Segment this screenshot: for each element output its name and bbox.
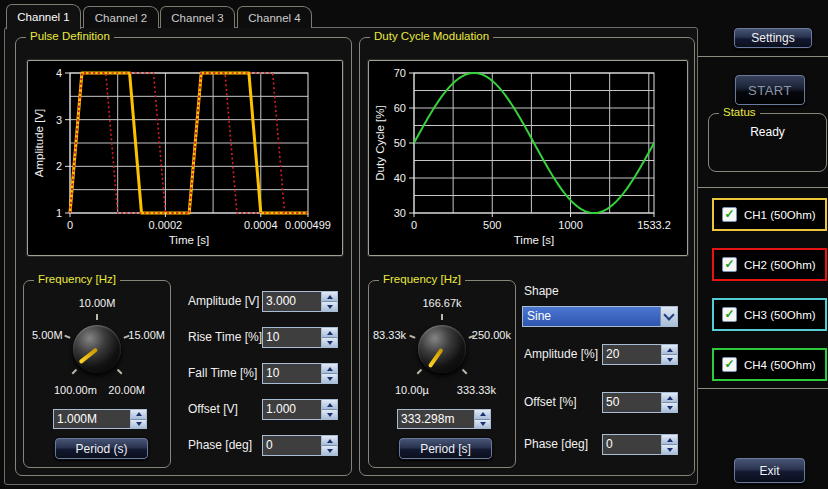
duty-cycle-chart: 050010001533.23040506070Time [s]Duty Cyc… bbox=[369, 61, 685, 253]
fall-time-label: Fall Time [%] bbox=[188, 366, 257, 380]
tab-channel-2[interactable]: Channel 2 bbox=[83, 6, 159, 28]
svg-text:0: 0 bbox=[411, 219, 417, 231]
pulse-frequency-title: Frequency [Hz] bbox=[34, 273, 120, 285]
knob-scale-bottom-left: 10.00µ bbox=[395, 384, 429, 396]
spin-up-icon[interactable] bbox=[322, 364, 337, 373]
svg-text:500: 500 bbox=[483, 219, 501, 231]
ch1-checkbox[interactable]: ✓ bbox=[722, 207, 737, 222]
pulse-phase-value[interactable]: 0 bbox=[263, 436, 321, 455]
spinner bbox=[321, 364, 337, 383]
duty-frequency-value-field[interactable]: 333.298m bbox=[397, 409, 491, 429]
knob-scale-top: 166.67k bbox=[369, 297, 515, 309]
spin-down-icon[interactable] bbox=[322, 373, 337, 383]
channel-4-enable[interactable]: ✓ CH4 (50Ohm) bbox=[712, 348, 827, 381]
fall-time-value[interactable]: 10 bbox=[263, 364, 321, 383]
spin-down-icon[interactable] bbox=[322, 445, 337, 455]
pulse-graph-frame: 00.00020.00040.0004991234Time [s]Amplitu… bbox=[27, 60, 343, 256]
duty-cycle-title: Duty Cycle Modulation bbox=[370, 30, 493, 42]
knob-scale-bottom-right: 20.00M bbox=[108, 384, 145, 396]
pulse-phase-field[interactable]: 0 bbox=[262, 435, 338, 456]
channel-1-enable[interactable]: ✓ CH1 (50Ohm) bbox=[712, 198, 827, 231]
svg-text:30: 30 bbox=[394, 207, 406, 219]
offset-pct-field[interactable]: 50 bbox=[602, 392, 678, 413]
amplitude-pct-value[interactable]: 20 bbox=[603, 345, 661, 364]
exit-button[interactable]: Exit bbox=[733, 457, 806, 484]
pulse-frequency-knob[interactable] bbox=[62, 314, 132, 384]
dropdown-button[interactable] bbox=[660, 307, 677, 326]
channel-3-enable[interactable]: ✓ CH3 (50Ohm) bbox=[712, 298, 827, 331]
amplitude-v-label: Amplitude [V] bbox=[188, 294, 259, 308]
duty-phase-field[interactable]: 0 bbox=[602, 434, 678, 455]
tab-channel-4[interactable]: Channel 4 bbox=[237, 6, 312, 28]
frequency-value[interactable]: 1.000M bbox=[54, 410, 130, 428]
tab-channel-3[interactable]: Channel 3 bbox=[160, 6, 235, 28]
amplitude-pct-field[interactable]: 20 bbox=[602, 344, 678, 365]
ch4-label: CH4 (50Ohm) bbox=[744, 359, 816, 371]
spin-up-icon[interactable] bbox=[131, 410, 146, 419]
settings-button[interactable]: Settings bbox=[733, 27, 813, 49]
svg-text:1000: 1000 bbox=[558, 219, 582, 231]
knob-tick bbox=[72, 369, 78, 375]
spin-up-icon[interactable] bbox=[475, 410, 490, 419]
spin-down-icon[interactable] bbox=[322, 409, 337, 419]
shape-dropdown[interactable]: Sine bbox=[522, 306, 678, 327]
tab-channel-1[interactable]: Channel 1 bbox=[6, 4, 81, 29]
separator bbox=[697, 56, 828, 57]
ch3-checkbox[interactable]: ✓ bbox=[722, 307, 737, 322]
offset-pct-value[interactable]: 50 bbox=[603, 393, 661, 412]
spin-up-icon[interactable] bbox=[662, 435, 677, 444]
start-button[interactable]: START bbox=[734, 74, 806, 106]
spin-up-icon[interactable] bbox=[662, 345, 677, 354]
app-window: Channel 1 Channel 2 Channel 3 Channel 4 … bbox=[0, 0, 828, 489]
status-title: Status bbox=[719, 106, 760, 118]
duty-frequency-group: Frequency [Hz] 166.67k 83.33k 250.00k 10… bbox=[368, 280, 516, 468]
rise-time-value[interactable]: 10 bbox=[263, 328, 321, 347]
knob-tick bbox=[462, 369, 468, 375]
spin-down-icon[interactable] bbox=[322, 337, 337, 347]
ch1-label: CH1 (50Ohm) bbox=[744, 209, 816, 221]
spin-down-icon[interactable] bbox=[475, 419, 490, 429]
svg-text:3: 3 bbox=[56, 114, 62, 126]
pulse-definition-group: Pulse Definition 00.00020.00040.00049912… bbox=[15, 37, 352, 476]
ch2-checkbox[interactable]: ✓ bbox=[722, 257, 737, 272]
ch3-label: CH3 (50Ohm) bbox=[744, 309, 816, 321]
fall-time-field[interactable]: 10 bbox=[262, 363, 338, 384]
spin-up-icon[interactable] bbox=[322, 292, 337, 301]
pulse-phase-label: Phase [deg] bbox=[188, 438, 252, 452]
spin-up-icon[interactable] bbox=[662, 393, 677, 402]
spin-down-icon[interactable] bbox=[131, 419, 146, 429]
knob-tick bbox=[409, 335, 415, 339]
amplitude-v-field[interactable]: 3.000 bbox=[262, 291, 338, 312]
ch4-checkbox[interactable]: ✓ bbox=[722, 357, 737, 372]
offset-v-value[interactable]: 1.000 bbox=[263, 400, 321, 419]
rise-time-field[interactable]: 10 bbox=[262, 327, 338, 348]
spin-down-icon[interactable] bbox=[662, 402, 677, 412]
spin-down-icon[interactable] bbox=[322, 301, 337, 311]
pulse-frequency-value-field[interactable]: 1.000M bbox=[53, 409, 147, 429]
svg-text:Duty Cycle [%]: Duty Cycle [%] bbox=[374, 105, 386, 180]
duty-period-button[interactable]: Period [s] bbox=[398, 437, 493, 460]
svg-text:2: 2 bbox=[56, 160, 62, 172]
spin-up-icon[interactable] bbox=[322, 400, 337, 409]
offset-v-field[interactable]: 1.000 bbox=[262, 399, 338, 420]
knob-scale-top: 10.00M bbox=[24, 297, 170, 309]
pulse-period-button[interactable]: Period (s) bbox=[54, 437, 149, 460]
duty-frequency-knob[interactable] bbox=[407, 314, 477, 384]
spin-up-icon[interactable] bbox=[322, 328, 337, 337]
spin-up-icon[interactable] bbox=[322, 436, 337, 445]
channel-2-enable[interactable]: ✓ CH2 (50Ohm) bbox=[712, 248, 827, 281]
knob-tick bbox=[123, 335, 129, 339]
shape-selected-value[interactable]: Sine bbox=[523, 307, 660, 326]
spin-down-icon[interactable] bbox=[662, 444, 677, 454]
amplitude-v-value[interactable]: 3.000 bbox=[263, 292, 321, 311]
spin-down-icon[interactable] bbox=[662, 354, 677, 364]
knob-scale-bottom-left: 100.00m bbox=[54, 384, 97, 396]
spinner bbox=[661, 393, 677, 412]
knob-scale-left: 5.00M bbox=[32, 329, 63, 341]
duty-phase-value[interactable]: 0 bbox=[603, 435, 661, 454]
pulse-chart: 00.00020.00040.0004991234Time [s]Amplitu… bbox=[28, 61, 340, 253]
frequency-value[interactable]: 333.298m bbox=[398, 410, 474, 428]
ch2-label: CH2 (50Ohm) bbox=[744, 259, 816, 271]
knob-tick bbox=[117, 369, 123, 375]
duty-graph-frame: 050010001533.23040506070Time [s]Duty Cyc… bbox=[368, 60, 688, 256]
